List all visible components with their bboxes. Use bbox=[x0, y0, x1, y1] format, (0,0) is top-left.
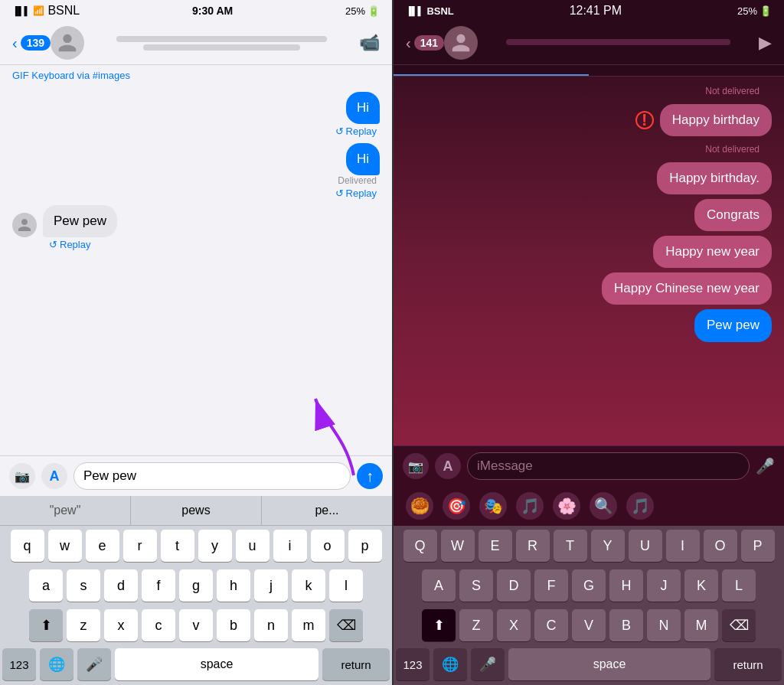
key-numbers-right[interactable]: 123 bbox=[396, 648, 430, 680]
key-W[interactable]: W bbox=[441, 530, 475, 562]
key-l[interactable]: l bbox=[329, 569, 363, 602]
send-button[interactable]: ↑ bbox=[357, 463, 383, 489]
emoji-4[interactable]: 🎵 bbox=[516, 492, 544, 520]
key-C[interactable]: C bbox=[534, 609, 568, 641]
key-I[interactable]: I bbox=[666, 530, 700, 562]
key-P[interactable]: P bbox=[741, 530, 775, 562]
key-o[interactable]: o bbox=[311, 530, 345, 562]
key-H[interactable]: H bbox=[609, 569, 643, 602]
key-globe-right[interactable]: 🌐 bbox=[433, 648, 467, 680]
key-U[interactable]: U bbox=[629, 530, 662, 562]
key-Y[interactable]: Y bbox=[591, 530, 625, 562]
camera-button[interactable]: 📷 bbox=[9, 463, 35, 489]
key-m[interactable]: m bbox=[292, 609, 325, 641]
emoji-5[interactable]: 🌸 bbox=[553, 492, 580, 520]
key-x[interactable]: x bbox=[104, 609, 138, 641]
key-V[interactable]: V bbox=[572, 609, 606, 641]
suggestion-2[interactable]: pews bbox=[131, 496, 262, 525]
tab-other[interactable] bbox=[589, 65, 784, 76]
key-G[interactable]: G bbox=[572, 569, 606, 602]
key-a[interactable]: a bbox=[29, 569, 63, 602]
key-B[interactable]: B bbox=[609, 609, 643, 641]
key-numbers[interactable]: 123 bbox=[2, 648, 36, 680]
emoji-6[interactable]: 🔍 bbox=[590, 492, 617, 520]
key-Q[interactable]: Q bbox=[403, 530, 437, 562]
key-mic-right[interactable]: 🎤 bbox=[471, 648, 505, 680]
key-E[interactable]: E bbox=[479, 530, 512, 562]
key-n[interactable]: n bbox=[254, 609, 288, 641]
emoji-7[interactable]: 🎵 bbox=[626, 492, 654, 520]
key-S[interactable]: S bbox=[459, 569, 493, 602]
key-return[interactable]: return bbox=[322, 648, 390, 680]
key-O[interactable]: O bbox=[704, 530, 737, 562]
key-return-right[interactable]: return bbox=[714, 648, 782, 680]
key-D[interactable]: D bbox=[497, 569, 531, 602]
contact-avatar-left[interactable] bbox=[51, 26, 84, 60]
key-shift-right[interactable]: ⬆ bbox=[422, 609, 456, 641]
key-A[interactable]: A bbox=[422, 569, 456, 602]
key-u[interactable]: u bbox=[236, 530, 270, 562]
suggestion-1[interactable]: "pew" bbox=[0, 496, 131, 525]
key-T[interactable]: T bbox=[554, 530, 587, 562]
camera-button-right[interactable]: 📷 bbox=[403, 453, 429, 479]
key-globe[interactable]: 🌐 bbox=[40, 648, 74, 680]
key-delete[interactable]: ⌫ bbox=[329, 609, 363, 641]
emoji-3[interactable]: 🎭 bbox=[479, 492, 507, 520]
key-y[interactable]: y bbox=[198, 530, 232, 562]
replay-label-3[interactable]: ↺ Replay bbox=[46, 237, 380, 253]
back-button-right[interactable]: ‹ 141 bbox=[406, 34, 444, 52]
tab-imessage[interactable] bbox=[394, 65, 589, 76]
message-row-1: Hi bbox=[346, 92, 380, 124]
key-k[interactable]: k bbox=[292, 569, 325, 602]
key-f[interactable]: f bbox=[142, 569, 175, 602]
key-shift[interactable]: ⬆ bbox=[29, 609, 63, 641]
key-c[interactable]: c bbox=[142, 609, 175, 641]
key-mic[interactable]: 🎤 bbox=[77, 648, 111, 680]
replay-label-2[interactable]: ↺ Replay bbox=[332, 186, 380, 202]
replay-label-1[interactable]: ↺ Replay bbox=[332, 124, 380, 140]
key-j[interactable]: j bbox=[254, 569, 288, 602]
key-J[interactable]: J bbox=[647, 569, 681, 602]
key-L[interactable]: L bbox=[722, 569, 756, 602]
suggestion-3[interactable]: pe... bbox=[262, 496, 392, 525]
key-F[interactable]: F bbox=[534, 569, 568, 602]
key-e[interactable]: e bbox=[86, 530, 119, 562]
key-space[interactable]: space bbox=[115, 648, 318, 680]
key-space-right[interactable]: space bbox=[508, 648, 710, 680]
key-g[interactable]: g bbox=[179, 569, 213, 602]
key-p[interactable]: p bbox=[348, 530, 382, 562]
key-i[interactable]: i bbox=[273, 530, 307, 562]
emoji-2[interactable]: 🎯 bbox=[443, 492, 470, 520]
key-M[interactable]: M bbox=[684, 609, 718, 641]
key-v[interactable]: v bbox=[179, 609, 213, 641]
app-button[interactable]: A bbox=[41, 463, 67, 489]
key-b[interactable]: b bbox=[217, 609, 250, 641]
key-Z[interactable]: Z bbox=[459, 609, 493, 641]
message-count-badge[interactable]: 139 bbox=[21, 35, 51, 51]
key-d[interactable]: d bbox=[104, 569, 138, 602]
key-R[interactable]: R bbox=[516, 530, 550, 562]
key-r[interactable]: r bbox=[123, 530, 157, 562]
emoji-1[interactable]: 🥮 bbox=[406, 492, 433, 520]
key-s[interactable]: s bbox=[67, 569, 100, 602]
key-X[interactable]: X bbox=[497, 609, 531, 641]
mic-button-right[interactable]: 🎤 bbox=[756, 457, 775, 475]
contact-avatar-right[interactable] bbox=[444, 26, 478, 60]
back-button-left[interactable]: ‹ 139 bbox=[12, 34, 51, 52]
key-q[interactable]: q bbox=[11, 530, 44, 562]
video-call-icon-right[interactable]: ▶ bbox=[759, 33, 772, 53]
key-t[interactable]: t bbox=[161, 530, 194, 562]
key-N[interactable]: N bbox=[647, 609, 681, 641]
app-button-right[interactable]: A bbox=[435, 453, 461, 479]
key-w[interactable]: w bbox=[48, 530, 82, 562]
key-h[interactable]: h bbox=[217, 569, 250, 602]
gif-link[interactable]: GIF Keyboard bbox=[12, 70, 74, 81]
message-count-badge-right[interactable]: 141 bbox=[414, 35, 444, 51]
app-store-icon: A bbox=[50, 468, 60, 484]
key-delete-right[interactable]: ⌫ bbox=[722, 609, 756, 641]
message-input[interactable]: Pew pew bbox=[83, 468, 136, 484]
message-input-right[interactable]: iMessage bbox=[467, 452, 750, 480]
key-z[interactable]: z bbox=[67, 609, 100, 641]
video-call-icon-left[interactable]: 📹 bbox=[359, 33, 380, 53]
key-K[interactable]: K bbox=[684, 569, 718, 602]
